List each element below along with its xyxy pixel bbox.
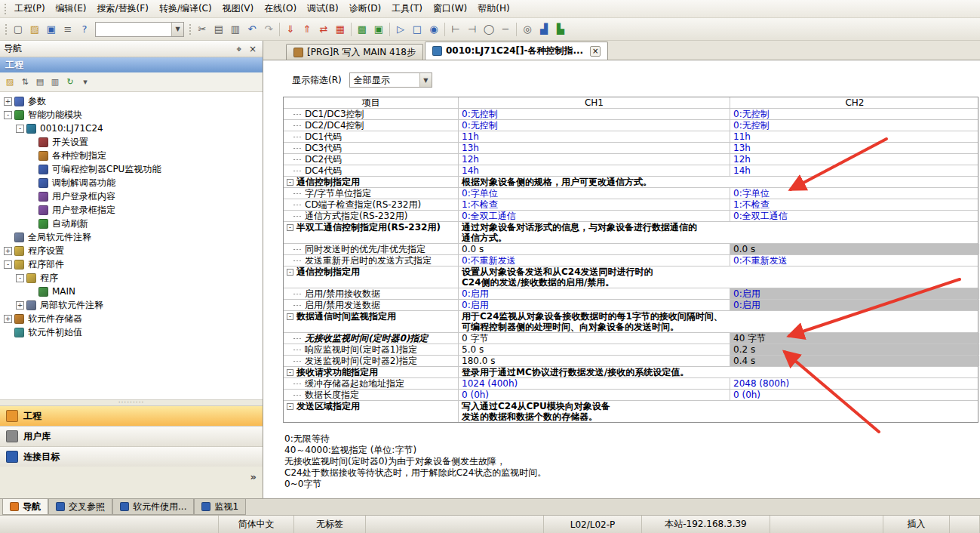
ladder-close-contact-icon[interactable]: ⊣ bbox=[464, 21, 481, 38]
document-tab[interactable]: [PRG]R 写入 MAIN 418步 bbox=[286, 44, 423, 60]
view-mode-icon[interactable]: ▾ bbox=[78, 75, 93, 90]
tree-item[interactable]: MAIN bbox=[0, 285, 263, 298]
collapse-buttons-icon[interactable]: » bbox=[250, 471, 257, 482]
device-batch-icon[interactable]: ▦ bbox=[332, 21, 349, 38]
splitter-handle[interactable] bbox=[0, 399, 263, 405]
undo-icon[interactable]: ↶ bbox=[244, 21, 260, 38]
toolbar-combobox[interactable]: ▼ bbox=[95, 22, 184, 37]
menu-view[interactable]: 视图(V) bbox=[217, 0, 260, 17]
collapse-icon[interactable]: - bbox=[287, 224, 293, 231]
tree-item[interactable]: 调制解调器功能 bbox=[0, 176, 263, 189]
zoom-icon[interactable]: ◎ bbox=[519, 21, 536, 38]
help-icon[interactable]: ? bbox=[76, 21, 93, 38]
tree-item[interactable]: -程序 bbox=[0, 271, 263, 285]
ladder-coil-icon[interactable]: ◯ bbox=[481, 21, 497, 38]
nav-button-user-library[interactable]: 用户库 bbox=[0, 426, 263, 446]
ch2-value[interactable]: 0:全双工通信 bbox=[730, 211, 979, 221]
display-filter-select[interactable]: 全部显示 ▼ bbox=[349, 72, 432, 88]
ch1-value[interactable]: 0:无控制 bbox=[459, 109, 730, 119]
ch1-value[interactable]: 11h bbox=[459, 131, 730, 142]
build-icon[interactable]: ▣ bbox=[370, 21, 387, 38]
menu-convert-compile[interactable]: 转换/编译(C) bbox=[154, 0, 217, 17]
close-icon[interactable]: × bbox=[247, 43, 259, 55]
ch1-value[interactable]: 0 字节 bbox=[459, 333, 730, 344]
collapse-icon[interactable]: - bbox=[287, 269, 293, 276]
menu-help[interactable]: 帮助(H) bbox=[472, 0, 515, 17]
expand-icon[interactable]: + bbox=[4, 315, 12, 323]
ch2-value[interactable]: 40 字节 bbox=[730, 333, 979, 344]
cut-icon[interactable]: ✂ bbox=[194, 21, 210, 38]
close-tab-icon[interactable]: × bbox=[590, 46, 601, 57]
collapse-icon[interactable]: - bbox=[287, 179, 293, 186]
ch1-value[interactable]: 0:不重新发送 bbox=[459, 255, 730, 266]
statistics-icon[interactable]: ▟ bbox=[536, 21, 552, 38]
tree-item[interactable]: 用户登录框内容 bbox=[0, 189, 263, 203]
tree-item[interactable]: +局部软元件注释 bbox=[0, 298, 263, 312]
ch2-value[interactable]: 0:无控制 bbox=[730, 120, 979, 131]
ch1-value[interactable]: 13h bbox=[459, 143, 730, 153]
ch1-value[interactable]: 12h bbox=[459, 154, 730, 165]
copy-item-icon[interactable]: ▤ bbox=[32, 75, 48, 90]
tree-item[interactable]: 自动刷新 bbox=[0, 217, 263, 230]
collapse-icon[interactable]: - bbox=[287, 369, 293, 376]
plc-verify-icon[interactable]: ⇄ bbox=[315, 21, 332, 38]
sort-icon[interactable]: ⇅ bbox=[17, 75, 32, 90]
collapse-icon[interactable]: - bbox=[287, 313, 293, 320]
ladder-open-contact-icon[interactable]: ⊢ bbox=[447, 21, 464, 38]
panel-tab-device-usage[interactable]: 软元件使用... bbox=[112, 499, 194, 515]
monitor-start-icon[interactable]: ▷ bbox=[392, 21, 409, 38]
ch1-value[interactable]: 0:无控制 bbox=[459, 120, 730, 131]
new-item-icon[interactable]: ▨ bbox=[2, 75, 17, 90]
chart-icon[interactable]: ▙ bbox=[552, 21, 569, 38]
ch1-value[interactable]: 5.0 s bbox=[459, 344, 730, 355]
redo-icon[interactable]: ↷ bbox=[260, 21, 277, 38]
ch1-value[interactable]: 14h bbox=[459, 165, 730, 176]
ch2-value[interactable]: 0:启用 bbox=[730, 288, 979, 299]
monitor-mode-icon[interactable]: ◉ bbox=[425, 21, 442, 38]
document-tab[interactable]: 0010:LJ71C24[]-各种控制指...× bbox=[425, 42, 608, 60]
chevron-down-icon[interactable]: ▼ bbox=[171, 23, 183, 36]
ch2-value[interactable]: 0 (0h) bbox=[730, 390, 979, 400]
paste-icon[interactable]: ▥ bbox=[227, 21, 244, 38]
ch1-value[interactable]: 1:不检查 bbox=[459, 199, 730, 210]
program-check-icon[interactable]: ▩ bbox=[354, 21, 370, 38]
ch2-value[interactable]: 0:不重新发送 bbox=[730, 255, 979, 266]
ch1-value[interactable]: 0.0 s bbox=[459, 244, 730, 254]
ch2-value[interactable]: 2048 (800h) bbox=[730, 378, 979, 389]
collapse-icon[interactable]: - bbox=[4, 260, 12, 269]
ch1-value[interactable]: 0:全双工通信 bbox=[459, 211, 730, 221]
ladder-line-icon[interactable]: ─ bbox=[497, 21, 514, 38]
tree-item[interactable]: -0010:LJ71C24 bbox=[0, 122, 263, 135]
pin-icon[interactable]: ⌖ bbox=[233, 43, 245, 55]
ch2-value[interactable]: 1:不检查 bbox=[730, 199, 979, 210]
expand-icon[interactable]: + bbox=[4, 97, 12, 106]
panel-tab-cross-reference[interactable]: 交叉参照 bbox=[48, 499, 112, 515]
menu-window[interactable]: 窗口(W) bbox=[428, 0, 472, 17]
ch1-value[interactable]: 0:启用 bbox=[459, 300, 730, 310]
menu-diagnostics[interactable]: 诊断(D) bbox=[344, 0, 387, 17]
collapse-icon[interactable]: - bbox=[4, 111, 12, 119]
ch1-value[interactable]: 1024 (400h) bbox=[459, 378, 730, 389]
collapse-icon[interactable]: - bbox=[16, 274, 24, 282]
menu-online[interactable]: 在线(O) bbox=[259, 0, 302, 17]
collapse-icon[interactable]: - bbox=[287, 403, 293, 410]
ch1-value[interactable]: 0:字单位 bbox=[459, 188, 730, 199]
ch1-value[interactable]: 180.0 s bbox=[459, 356, 730, 366]
plc-read-icon[interactable]: ⇑ bbox=[299, 21, 315, 38]
tree-item[interactable]: 各种控制指定 bbox=[0, 149, 263, 162]
ch2-value[interactable]: 0:启用 bbox=[730, 300, 979, 310]
print-icon[interactable]: ≡ bbox=[60, 21, 76, 38]
ch2-value[interactable]: 14h bbox=[730, 165, 979, 176]
plc-write-icon[interactable]: ⇓ bbox=[282, 21, 299, 38]
ch2-value[interactable]: 13h bbox=[730, 143, 979, 153]
save-project-icon[interactable]: ▣ bbox=[43, 21, 60, 38]
tree-item[interactable]: +程序设置 bbox=[0, 244, 263, 257]
ch2-value[interactable]: 12h bbox=[730, 154, 979, 165]
open-project-icon[interactable]: ▨ bbox=[26, 21, 43, 38]
menu-debug[interactable]: 调试(B) bbox=[302, 0, 344, 17]
tree-item[interactable]: 开关设置 bbox=[0, 135, 263, 149]
menu-edit[interactable]: 编辑(E) bbox=[51, 0, 92, 17]
ch2-value[interactable]: 0:无控制 bbox=[730, 109, 979, 119]
ch1-value[interactable]: 0:启用 bbox=[459, 288, 730, 299]
ch1-value[interactable]: 0 (0h) bbox=[459, 390, 730, 400]
